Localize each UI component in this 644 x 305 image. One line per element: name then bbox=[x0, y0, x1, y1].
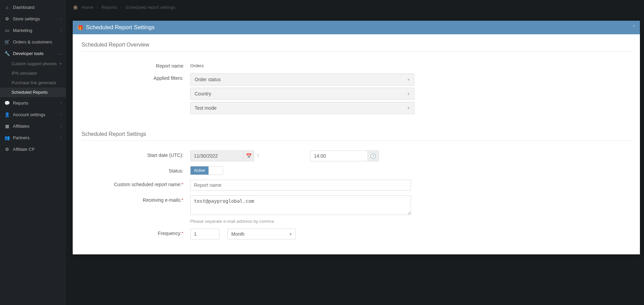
chevron-right-icon: › bbox=[60, 112, 62, 116]
nav-account-settings[interactable]: 👤 Account settings › bbox=[0, 109, 66, 120]
nav-developer-tools[interactable]: 🔧 Developer tools ⌄ bbox=[0, 48, 66, 59]
chevron-right-icon: › bbox=[60, 136, 62, 140]
emails-helper-text: Please separate e-mail address by comma bbox=[190, 219, 414, 224]
breadcrumb-separator: › bbox=[97, 5, 98, 10]
calendar-button[interactable]: 📅 bbox=[244, 150, 254, 161]
breadcrumb-reports[interactable]: Reports bbox=[102, 5, 117, 10]
clock-button[interactable]: 🕑 bbox=[368, 150, 379, 161]
settings-section-title: Scheduled Report Settings bbox=[82, 131, 631, 137]
start-time-input[interactable] bbox=[310, 150, 368, 161]
plus-icon: + bbox=[59, 61, 62, 66]
breadcrumb-current: Scheduled report settings bbox=[125, 5, 175, 10]
frequency-unit-value: Month bbox=[231, 231, 245, 237]
panel-header: 🎁 Scheduled Report Settings ˄ bbox=[73, 21, 640, 34]
chevron-right-icon: › bbox=[60, 101, 62, 105]
nav-sub-label: Purchase link generator bbox=[12, 80, 56, 85]
overview-section-title: Scheduled Report Overview bbox=[82, 42, 631, 48]
card-icon: ▭ bbox=[4, 28, 10, 33]
nav-sub-scheduled-reports[interactable]: Scheduled Reports bbox=[0, 88, 66, 97]
people-icon: 👥 bbox=[4, 135, 10, 140]
filter-test-mode[interactable]: Test mode + bbox=[190, 102, 414, 114]
calendar-icon: 📅 bbox=[246, 153, 252, 159]
nav-label: Marketing bbox=[13, 28, 32, 33]
nav-label: Store settings bbox=[13, 16, 40, 21]
report-name-label: Report name bbox=[82, 61, 190, 69]
scheduled-report-panel: 🎁 Scheduled Report Settings ˄ Scheduled … bbox=[73, 21, 640, 254]
section-divider bbox=[82, 51, 631, 52]
nav-affiliates[interactable]: ▦ Affiliates › bbox=[0, 120, 66, 132]
custom-name-label: Custom scheduled report name:* bbox=[82, 180, 190, 187]
nav-label: Affiliates bbox=[13, 124, 30, 129]
filter-order-status[interactable]: Order status + bbox=[190, 73, 414, 86]
receiving-emails-input[interactable] bbox=[190, 195, 411, 215]
nav-reports[interactable]: 💬 Reports › bbox=[0, 97, 66, 109]
nav-sub-label: Scheduled Reports bbox=[12, 90, 48, 95]
nav-label: Affiliate CP bbox=[13, 147, 35, 152]
chevron-down-icon: ⌄ bbox=[59, 51, 62, 56]
breadcrumb: 🏠 Home › Reports › Scheduled report sett… bbox=[69, 0, 641, 15]
chat-icon: 💬 bbox=[4, 101, 10, 106]
applied-filters-label: Applied filters: bbox=[82, 73, 190, 81]
filter-label: Order status bbox=[195, 77, 221, 82]
section-divider bbox=[82, 141, 631, 141]
nav-store-settings[interactable]: ⚙ Store settings › bbox=[0, 13, 66, 24]
plus-icon: + bbox=[407, 105, 410, 111]
nav-affiliate-cp[interactable]: ⚙ Affiliate CP bbox=[0, 143, 66, 155]
nav-dashboard[interactable]: ⌂ Dashboard bbox=[0, 1, 66, 13]
filter-label: Test mode bbox=[195, 105, 217, 111]
home-icon: 🏠 bbox=[73, 5, 78, 10]
status-active-label: Active bbox=[191, 166, 209, 175]
help-icon[interactable]: ? bbox=[257, 154, 259, 159]
frequency-number-input[interactable] bbox=[190, 229, 219, 239]
nav-label: Partners bbox=[13, 135, 30, 140]
nav-label: Reports bbox=[13, 101, 29, 106]
nav-sub-label: Custom support phones bbox=[12, 61, 57, 66]
status-toggle[interactable]: Active bbox=[190, 166, 223, 175]
nav-orders-customers[interactable]: 🛒 Orders & customers bbox=[0, 36, 66, 48]
sidebar: ⌂ Dashboard ⚙ Store settings › ▭ Marketi… bbox=[0, 0, 66, 305]
nav-sub-purchase-link-generator[interactable]: Purchase link generator bbox=[0, 78, 66, 88]
nav-label: Dashboard bbox=[13, 5, 35, 10]
nav-label: Account settings bbox=[13, 112, 45, 117]
home-outline-icon: ⌂ bbox=[4, 5, 10, 10]
nav-sub-ipn-simulator[interactable]: IPN simulator bbox=[0, 69, 66, 78]
nav-label: Developer tools bbox=[13, 51, 43, 56]
gear-icon: ⚙ bbox=[4, 147, 10, 152]
nav-label: Orders & customers bbox=[13, 39, 52, 44]
chevron-right-icon: › bbox=[60, 17, 62, 21]
nav-partners[interactable]: 👥 Partners › bbox=[0, 132, 66, 143]
plus-icon: + bbox=[407, 77, 410, 82]
frequency-label: Frequency:* bbox=[82, 229, 190, 236]
panel-title: Scheduled Report Settings bbox=[86, 24, 155, 31]
clock-icon: 🕑 bbox=[370, 153, 376, 159]
user-icon: 👤 bbox=[4, 112, 10, 117]
start-date-label: Start date (UTC): bbox=[82, 150, 190, 158]
chevron-right-icon: › bbox=[60, 28, 62, 32]
nav-sub-label: IPN simulator bbox=[12, 71, 37, 76]
custom-report-name-input[interactable] bbox=[190, 180, 411, 191]
gear-icon: ⚙ bbox=[4, 16, 10, 21]
wrench-icon: 🔧 bbox=[4, 51, 10, 56]
report-name-value: Orders bbox=[190, 61, 414, 68]
status-toggle-handle bbox=[209, 166, 223, 175]
filter-country[interactable]: Country + bbox=[190, 88, 414, 100]
nav-sub-custom-support-phones[interactable]: Custom support phones + bbox=[0, 59, 66, 69]
nav-marketing[interactable]: ▭ Marketing › bbox=[0, 24, 66, 36]
gift-icon: 🎁 bbox=[77, 25, 83, 30]
plus-icon: + bbox=[407, 91, 410, 96]
chevron-down-icon: ▾ bbox=[290, 232, 292, 236]
chevron-right-icon: › bbox=[60, 124, 62, 128]
main-content: 🏠 Home › Reports › Scheduled report sett… bbox=[66, 0, 644, 305]
breadcrumb-separator: › bbox=[121, 5, 122, 10]
grid-icon: ▦ bbox=[4, 124, 10, 129]
cart-icon: 🛒 bbox=[4, 39, 10, 44]
chevron-up-icon[interactable]: ˄ bbox=[633, 25, 635, 30]
frequency-unit-select[interactable]: Month ▾ bbox=[228, 229, 296, 239]
start-date-input[interactable] bbox=[190, 150, 244, 161]
status-label: Status: bbox=[82, 166, 190, 174]
emails-label: Receiving e-mails:* bbox=[82, 195, 190, 203]
breadcrumb-home[interactable]: Home bbox=[82, 5, 93, 10]
filter-label: Country bbox=[195, 91, 211, 96]
